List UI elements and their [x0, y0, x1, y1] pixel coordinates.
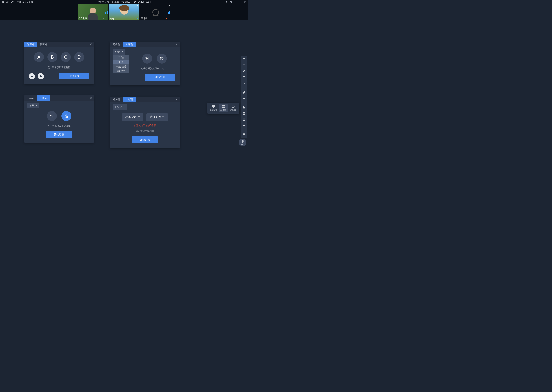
tf-type-dropdown[interactable]: 对/错 [27, 103, 39, 108]
svg-rect-4 [243, 112, 244, 113]
tf-option-false-selected[interactable]: 错 [61, 111, 71, 121]
video-tile-student1[interactable]: ✕ Nina [109, 4, 139, 20]
svg-point-1 [103, 18, 104, 19]
close-icon[interactable] [244, 0, 247, 3]
top-status-bar: 丢包率：0% 网络状态：良好 神秘大自然 已上课：02:34:09 ID：202… [0, 0, 248, 4]
video-tile-teacher[interactable]: 叮当老师 [78, 4, 108, 20]
start-button[interactable]: 开始答题 [132, 136, 158, 143]
tab-choice[interactable]: 选择题 [24, 42, 37, 47]
option-a[interactable]: A [34, 52, 44, 62]
video-strip: 叮当老师 ✕ Nina ✕ 王小明 [0, 4, 248, 20]
camera-toggle-icon[interactable] [225, 0, 228, 3]
video-tile-student2[interactable]: ✕ 王小明 [140, 4, 171, 20]
scissors-icon[interactable] [242, 82, 246, 85]
class-title: 神秘大自然 [98, 0, 109, 4]
apps-icon[interactable] [242, 112, 246, 115]
teaching-tools-popup: 屏幕共享 答题器 抢答器 [207, 103, 239, 114]
folder-icon[interactable] [242, 106, 246, 109]
pen-icon[interactable] [242, 69, 246, 73]
network-status: 网络状态：良好 [17, 0, 33, 4]
increment-button[interactable]: + [37, 73, 44, 79]
mic-muted-icon [165, 18, 167, 20]
right-toolbar [241, 56, 247, 138]
camera-off-icon [152, 9, 159, 15]
tab-choice[interactable]: 选择题 [24, 95, 37, 101]
panel-truefalse-custom: 选择题 判断题 ✕ 自定义 诗圣是杜甫 诗仙是李白 自定义内容最多5个字 点击预… [110, 97, 180, 148]
close-icon[interactable]: ✕ [89, 96, 92, 100]
fullscreen-icon[interactable] [239, 0, 242, 3]
hint-text: 点击字母预设正确答案 [29, 66, 89, 69]
start-button[interactable]: 开始答题 [46, 131, 72, 138]
video-name-label: Nina [110, 18, 114, 20]
tf-type-dropdown[interactable]: 对/错 [113, 49, 125, 55]
svg-rect-12 [224, 107, 225, 108]
mic-icon [134, 18, 136, 20]
tool-screen-share[interactable]: 屏幕共享 [209, 105, 218, 112]
tab-choice[interactable]: 选择题 [110, 42, 123, 47]
tf-option-false[interactable]: 错 [157, 54, 167, 63]
tool-buzzer[interactable]: 抢答器 [229, 105, 237, 112]
chat-icon[interactable] [242, 124, 246, 127]
tf-option-true[interactable]: 对 [47, 111, 57, 121]
option-d[interactable]: D [74, 52, 84, 62]
caret-down-icon [36, 105, 37, 106]
settings-icon[interactable] [230, 0, 233, 3]
dropdown-option[interactable]: 美/丑 [113, 60, 129, 64]
svg-rect-7 [244, 114, 245, 115]
tab-truefalse[interactable]: 判断题 [37, 42, 50, 47]
move-icon[interactable] [242, 63, 246, 67]
svg-point-3 [243, 98, 245, 99]
dropdown-option[interactable]: 精致/粗糙 [113, 64, 129, 69]
tool-answer[interactable]: 答题器 [219, 104, 227, 112]
tab-truefalse[interactable]: 判断题 [123, 42, 136, 47]
tab-truefalse[interactable]: 判断题 [37, 95, 50, 101]
eraser-icon[interactable] [242, 91, 246, 94]
start-button[interactable]: 开始答题 [59, 73, 89, 79]
packet-loss: 丢包率：0% [2, 0, 14, 4]
hint-text: 点击字母预设正确答案 [130, 67, 175, 70]
tile-close-icon[interactable]: ✕ [168, 5, 170, 7]
decrement-button[interactable]: − [29, 73, 35, 79]
close-icon[interactable]: ✕ [89, 43, 92, 46]
elapsed: 已上课：02:34:09 [112, 0, 130, 4]
signal-icon [168, 18, 170, 20]
warning-text: 自定义内容最多5个字 [115, 124, 175, 127]
mic-icon [102, 18, 104, 20]
user-icon[interactable] [242, 118, 246, 121]
signal-icon [105, 18, 107, 20]
svg-rect-11 [222, 107, 223, 108]
panel-multiple-choice: 选择题 判断题 ✕ A B C D 点击字母预设正确答案 − + 开始答题 [24, 42, 94, 84]
option-b[interactable]: B [47, 52, 57, 62]
minimize-icon[interactable] [235, 0, 237, 3]
hint-text: 点击字母预设正确答案 [29, 124, 89, 128]
hint-text: 点击预设正确答案 [115, 130, 175, 133]
panel-truefalse-selected: 选择题 判断题 ✕ 对/错 对 错 点击字母预设正确答案 开始答题 [24, 95, 94, 143]
cursor-icon[interactable] [242, 57, 246, 61]
start-button[interactable]: 开始答题 [145, 74, 175, 81]
close-icon[interactable]: ✕ [175, 98, 178, 101]
svg-point-8 [243, 119, 245, 120]
video-name-label: 叮当老师 [78, 17, 87, 20]
dropdown-option[interactable]: 对/错 [113, 55, 129, 60]
dropdown-option[interactable]: +自定义 [113, 69, 129, 73]
dropdown-menu: 对/错 美/丑 精致/粗糙 +自定义 [113, 55, 129, 73]
custom-option-1[interactable]: 诗圣是杜甫 [122, 113, 143, 121]
circle-icon[interactable] [242, 97, 246, 100]
bell-icon[interactable] [242, 133, 246, 136]
text-icon[interactable] [242, 75, 246, 79]
tile-close-icon[interactable]: ✕ [137, 5, 138, 7]
signal-icon [137, 18, 138, 20]
raise-hand-button[interactable]: 0/2 [239, 139, 247, 146]
svg-point-2 [135, 18, 135, 19]
close-icon[interactable]: ✕ [175, 43, 178, 46]
tf-option-true[interactable]: 对 [142, 54, 152, 63]
custom-option-2[interactable]: 诗仙是李白 [146, 113, 168, 121]
caret-down-icon [122, 51, 123, 52]
tab-truefalse[interactable]: 判断题 [123, 97, 136, 102]
tf-type-dropdown[interactable]: 自定义 [113, 104, 127, 110]
svg-rect-0 [235, 2, 237, 2]
tab-choice[interactable]: 选择题 [110, 97, 123, 102]
option-c[interactable]: C [61, 52, 71, 62]
svg-rect-10 [224, 105, 225, 106]
caret-down-icon [123, 107, 125, 108]
